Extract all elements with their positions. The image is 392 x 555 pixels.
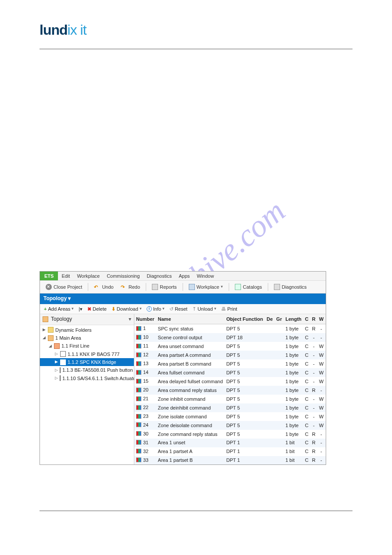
table-row[interactable]: 13Area partset B commandDPT 51 byteC-W--	[134, 359, 326, 368]
tree-node-label: 1 Main Area	[55, 335, 81, 341]
menubar: ETS Edit Workplace Commissioning Diagnos…	[40, 272, 326, 280]
cell-gr	[274, 324, 284, 333]
col-header[interactable]: C	[303, 314, 310, 324]
workplace-label: Workplace	[197, 284, 219, 290]
table-row[interactable]: 31Area 1 unsetDPT 11 bitCR-T-	[134, 439, 326, 447]
menu-commissioning[interactable]: Commissioning	[103, 273, 143, 279]
tree-node[interactable]: ▶Dynamic Folders	[40, 326, 134, 334]
table-row[interactable]: 22Zone deinhibit commandDPT 51 byteC-W--	[134, 403, 326, 412]
reset-button[interactable]: ↺ Reset	[167, 305, 190, 312]
col-header[interactable]: Name	[156, 314, 225, 324]
catalogs-button[interactable]: Catalogs	[232, 283, 265, 291]
table-row[interactable]: 32Area 1 partset ADPT 11 bitCR-T-	[134, 447, 326, 456]
undo-label: Undo	[102, 284, 113, 290]
cell-number: 12	[143, 352, 148, 358]
expand-icon[interactable]: ▶	[55, 359, 58, 365]
undo-button[interactable]: ↶ Undo	[91, 283, 116, 291]
dev-icon	[60, 367, 61, 373]
col-header[interactable]: Number	[134, 314, 156, 324]
cell-gr	[274, 447, 284, 456]
separator	[146, 283, 146, 291]
col-header[interactable]: Length	[284, 314, 303, 324]
tree-node[interactable]: ▶1.1.2 SPC KNX Bridge	[40, 358, 134, 366]
table-row[interactable]: 11Area unset commandDPT 51 byteC-W--	[134, 342, 326, 351]
cell-t: -	[325, 351, 326, 359]
tree-node[interactable]: ◢1.1 First Line	[40, 342, 134, 350]
tree-node[interactable]: ◢1 Main Area	[40, 334, 134, 342]
download-icon: ⬇	[111, 306, 115, 312]
table-row[interactable]: 20Area command reply statusDPT 51 byteCR…	[134, 386, 326, 395]
download-label: Download	[117, 306, 138, 312]
cell-t: T	[325, 324, 326, 333]
tree-header-caret[interactable]: ▾	[129, 316, 131, 323]
cell-w: -	[317, 439, 325, 447]
download-button[interactable]: ⬇ Download	[109, 305, 144, 312]
workplace-button[interactable]: Workplace	[186, 283, 227, 291]
cell-gr	[274, 386, 284, 395]
menu-workplace[interactable]: Workplace	[73, 273, 103, 279]
reports-button[interactable]: Reports	[149, 283, 180, 291]
tree-header[interactable]: Topology ▾	[40, 314, 134, 325]
cell-len: 1 byte	[284, 333, 303, 342]
cell-c: C	[303, 342, 310, 351]
table-row[interactable]: 30Zone command reply statusDPT 51 byteCR…	[134, 430, 326, 439]
cell-len: 1 byte	[284, 377, 303, 386]
table-row[interactable]: 10Scene control outputDPT 181 byteC--T-	[134, 333, 326, 342]
tree-node[interactable]: ▷1.1.10 SA/S4.6.1.1 Switch Actuator,4-f.…	[40, 374, 134, 382]
print-button[interactable]: 🖶 Print	[219, 305, 240, 312]
expand-icon[interactable]: ▷	[55, 376, 58, 381]
folder-icon	[48, 327, 54, 333]
menu-window[interactable]: Window	[193, 273, 217, 279]
ets-badge[interactable]: ETS	[40, 272, 58, 280]
menu-edit[interactable]: Edit	[58, 273, 73, 279]
unload-button[interactable]: ⤒ Unload	[190, 305, 219, 312]
add-areas-button[interactable]: + Add Areas	[42, 305, 76, 312]
cell-c: C	[303, 430, 310, 439]
col-header[interactable]: W	[317, 314, 325, 324]
close-project-label: Close Project	[54, 284, 82, 290]
expand-icon[interactable]: ◢	[43, 335, 46, 341]
info-button[interactable]: i Info	[144, 305, 167, 312]
tree-node[interactable]: ▷1.1.3 BE-TA5508.01 Push button 8-fold	[40, 366, 134, 374]
close-project-button[interactable]: × Close Project	[43, 283, 85, 291]
tree-node[interactable]: ▷1.1.1 KNX IP BAOS 777	[40, 350, 134, 358]
expand-icon[interactable]: ▷	[55, 368, 58, 373]
cell-name: Scene control output	[156, 333, 225, 342]
diagnostics-button[interactable]: Diagnostics	[271, 283, 310, 291]
split-caret[interactable]: |▾	[76, 305, 85, 312]
cell-number: 13	[143, 360, 148, 366]
table-row[interactable]: 24Zone deisolate commandDPT 51 byteC-W--	[134, 421, 326, 430]
table-row[interactable]: 33Area 1 partset BDPT 11 bitCR-T-	[134, 456, 326, 465]
undo-icon: ↶	[94, 284, 100, 290]
logo: lundix it	[40, 22, 352, 38]
unload-label: Unload	[198, 306, 213, 312]
cell-name: Area command reply status	[156, 386, 225, 395]
col-header[interactable]: T	[325, 314, 326, 324]
table-row[interactable]: 14Area fullset commandDPT 51 byteC-W--	[134, 368, 326, 377]
cell-number: 32	[143, 448, 148, 454]
expand-icon[interactable]: ◢	[49, 344, 52, 349]
cell-len: 1 byte	[284, 421, 303, 430]
cell-gr	[274, 377, 284, 386]
redo-button[interactable]: ↷ Redo	[118, 283, 143, 291]
table-row[interactable]: 12Area partset A commandDPT 51 byteC-W--	[134, 351, 326, 359]
table-row[interactable]: 21Zone inhibit commandDPT 51 byteC-W--	[134, 395, 326, 403]
cell-de	[265, 386, 274, 395]
table-row[interactable]: 1SPC sync statusDPT 51 byteCR-T-	[134, 324, 326, 333]
col-header[interactable]: Gr	[274, 314, 284, 324]
col-header[interactable]: R	[310, 314, 317, 324]
panel-title-bar[interactable]: Topology ▾	[40, 294, 326, 304]
menu-diagnostics[interactable]: Diagnostics	[143, 273, 175, 279]
expand-icon[interactable]: ▷	[55, 352, 58, 357]
cell-c: C	[303, 333, 310, 342]
table-row[interactable]: 15Area delayed fullset commandDPT 51 byt…	[134, 377, 326, 386]
expand-icon[interactable]: ▶	[43, 327, 46, 333]
menu-apps[interactable]: Apps	[175, 273, 193, 279]
col-header[interactable]: Object Function	[225, 314, 265, 324]
cell-w: W	[317, 403, 325, 412]
delete-button[interactable]: ✖ Delete	[85, 305, 109, 312]
table-row[interactable]: 23Zone isolate commandDPT 51 byteC-W--	[134, 412, 326, 421]
col-header[interactable]: De	[265, 314, 274, 324]
cell-name: Zone command reply status	[156, 430, 225, 439]
area-icon	[48, 335, 54, 341]
